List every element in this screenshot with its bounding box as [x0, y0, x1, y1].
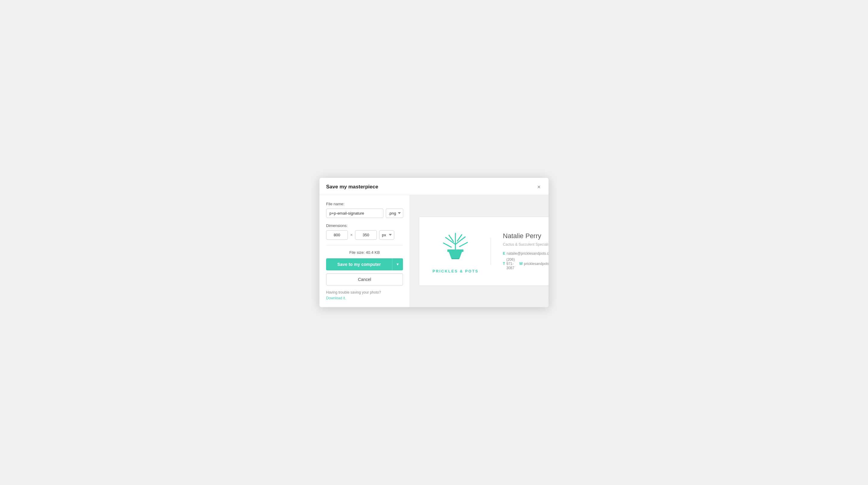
trouble-text: Having trouble saving your photo? Downlo…: [326, 290, 403, 301]
right-panel: PRICKLES & POTS Natalie Perry Cactus & S…: [410, 195, 549, 307]
web-value: pricklesandpots.com: [524, 262, 549, 266]
svg-line-1: [446, 237, 456, 244]
phone-label: T: [503, 262, 505, 266]
svg-line-3: [444, 243, 452, 247]
contact-email-row: E natalie@pricklesandpots.com: [503, 251, 549, 255]
save-row: Save to my computer ▾: [326, 258, 403, 270]
svg-line-4: [460, 242, 467, 247]
save-dropdown-button[interactable]: ▾: [392, 258, 403, 270]
contact-title: Cactus & Succulent Specialist: [503, 242, 549, 247]
chevron-down-icon: ▾: [397, 262, 399, 267]
file-name-input[interactable]: [326, 209, 383, 218]
save-to-computer-button[interactable]: Save to my computer: [326, 258, 392, 270]
file-size-value: 40.4 KB: [366, 250, 380, 255]
preview-card: PRICKLES & POTS Natalie Perry Cactus & S…: [419, 217, 549, 286]
left-panel: File name: .png .jpg .svg Dimensions: × …: [319, 195, 410, 307]
logo-image: [436, 229, 475, 265]
logo-section: PRICKLES & POTS: [433, 229, 478, 273]
contact-name: Natalie Perry: [503, 232, 549, 240]
modal-header: Save my masterpiece ×: [319, 178, 549, 195]
height-input[interactable]: [355, 230, 377, 240]
modal-title: Save my masterpiece: [326, 184, 378, 190]
width-input[interactable]: [326, 230, 348, 240]
file-size: File size: 40.4 KB: [326, 250, 403, 255]
file-name-label: File name:: [326, 202, 403, 206]
svg-line-2: [456, 237, 465, 244]
contact-phone-web-row: T (206) 971-3087 W pricklesandpots.com: [503, 257, 549, 270]
phone-value: (206) 971-3087: [506, 257, 515, 270]
file-name-row: .png .jpg .svg: [326, 209, 403, 218]
close-button[interactable]: ×: [536, 183, 542, 190]
dimensions-label: Dimensions:: [326, 223, 403, 228]
file-size-label: File size:: [349, 250, 365, 255]
cancel-button[interactable]: Cancel: [326, 273, 403, 285]
web-label: W: [519, 262, 523, 266]
vertical-divider: [491, 238, 491, 265]
left-footer: File size: 40.4 KB Save to my computer ▾…: [326, 245, 403, 307]
download-link[interactable]: Download it.: [326, 296, 346, 300]
unit-select[interactable]: px in cm: [379, 230, 394, 240]
modal-body: File name: .png .jpg .svg Dimensions: × …: [319, 195, 549, 307]
file-format-select[interactable]: .png .jpg .svg: [386, 209, 403, 218]
dimension-separator: ×: [350, 233, 352, 237]
brand-name: PRICKLES & POTS: [433, 269, 478, 273]
email-label: E: [503, 251, 505, 255]
dimensions-row: × px in cm: [326, 230, 403, 240]
save-modal: Save my masterpiece × File name: .png .j…: [319, 178, 549, 307]
email-value: natalie@pricklesandpots.com: [507, 251, 549, 255]
svg-rect-7: [447, 249, 464, 252]
trouble-label: Having trouble saving your photo?: [326, 290, 381, 295]
contact-section: Natalie Perry Cactus & Succulent Special…: [503, 232, 549, 270]
